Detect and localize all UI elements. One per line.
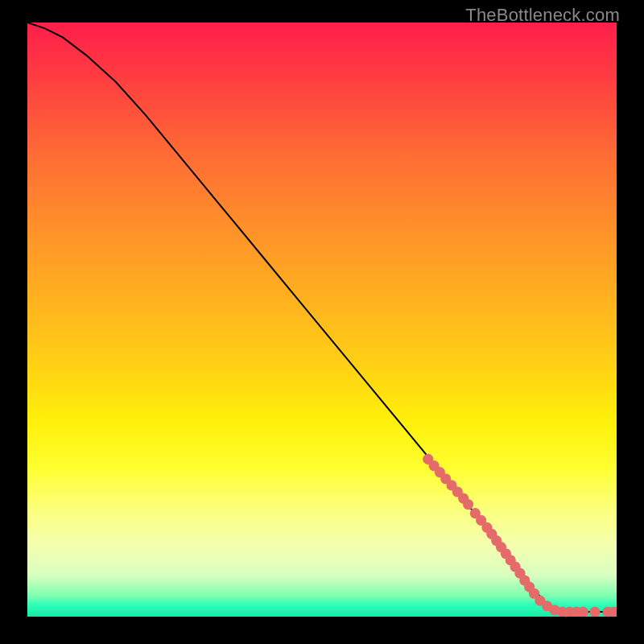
highlight-dot [602, 607, 613, 617]
highlight-dot [486, 529, 497, 539]
highlight-dot [572, 607, 582, 617]
highlight-dot [578, 607, 588, 617]
highlight-dots [423, 454, 617, 617]
plot-area [27, 23, 617, 617]
chart-frame: TheBottleneck.com [0, 0, 644, 644]
highlight-dot [423, 454, 433, 464]
highlight-dot [440, 473, 451, 484]
highlight-dot [435, 467, 445, 477]
highlight-dot [609, 607, 617, 617]
highlight-dot [463, 499, 473, 510]
highlight-dot [514, 568, 525, 579]
highlight-dot [564, 607, 575, 617]
highlight-dot [542, 601, 552, 611]
highlight-dot [506, 555, 516, 565]
highlight-dot [550, 605, 560, 615]
highlight-dot [501, 548, 511, 559]
highlight-dot [496, 542, 506, 552]
highlight-dot [491, 535, 502, 546]
highlight-dot [452, 486, 463, 497]
highlight-dot [458, 493, 469, 504]
highlight-dot [589, 607, 600, 617]
highlight-dot [470, 508, 481, 518]
curve-line [27, 23, 617, 612]
highlight-dot [476, 515, 486, 526]
highlight-dot [446, 480, 456, 490]
highlight-dot [510, 561, 521, 572]
chart-overlay [27, 23, 617, 617]
highlight-dot [535, 595, 545, 605]
highlight-dot [519, 575, 530, 585]
highlight-dot [481, 522, 492, 533]
highlight-dot [428, 460, 439, 471]
highlight-dot [557, 607, 568, 617]
highlight-dot [524, 582, 535, 592]
highlight-dot [529, 588, 539, 599]
